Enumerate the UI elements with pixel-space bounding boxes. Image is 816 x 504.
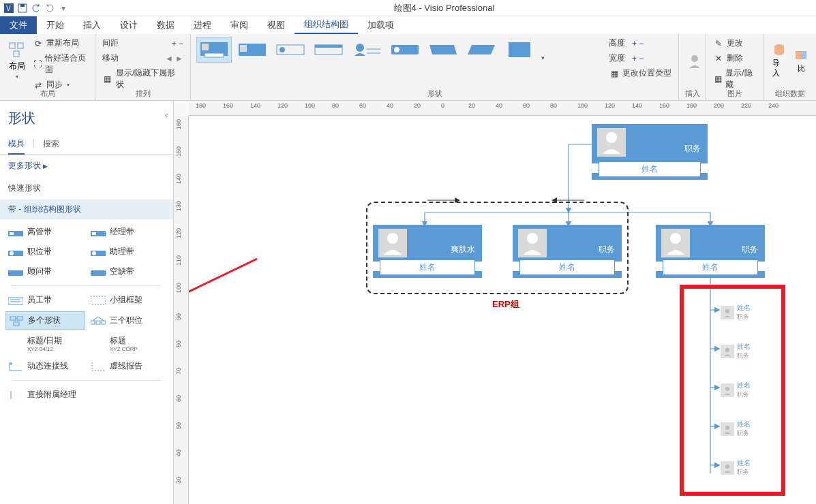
relayout-button[interactable]: ⟳重新布局 xyxy=(31,37,89,50)
shape-item-13[interactable]: 虚线报告 xyxy=(88,358,168,375)
shape-item-9[interactable]: 三个职位 xyxy=(88,311,168,330)
svg-rect-36 xyxy=(8,298,23,304)
svg-line-47 xyxy=(98,317,104,321)
shape-item-10[interactable]: 标题/日期XYZ 04/12 xyxy=(5,332,85,355)
shape-item-1[interactable]: 经理带 xyxy=(88,223,168,240)
import-button[interactable]: 导入 xyxy=(770,37,789,84)
shape-item-14[interactable]: 直接附属经理 xyxy=(5,386,168,403)
shape-item-3[interactable]: 助理带 xyxy=(88,243,168,260)
person-icon xyxy=(665,232,686,258)
layout-label: 布局 xyxy=(9,61,25,72)
person-icon xyxy=(601,131,622,157)
more-shapes-link[interactable]: 更多形状 ▶ xyxy=(0,155,173,177)
compare-button[interactable]: 比 xyxy=(791,37,811,84)
shape-style-9[interactable] xyxy=(502,37,537,63)
svg-rect-11 xyxy=(240,45,247,52)
svg-rect-29 xyxy=(92,232,96,235)
svg-rect-44 xyxy=(96,321,100,324)
tab-review[interactable]: 审阅 xyxy=(221,16,258,34)
svg-rect-42 xyxy=(14,322,19,326)
quick-shapes-label[interactable]: 快速形状 xyxy=(0,177,173,200)
shape-item-7[interactable]: 小组框架 xyxy=(88,292,168,309)
svg-rect-5 xyxy=(18,43,23,48)
person-icon xyxy=(522,232,543,258)
org-node-child1[interactable]: 爽肤水 姓名 xyxy=(373,225,482,278)
shape-category[interactable]: 带 - 组织结构图形状 xyxy=(0,200,173,219)
svg-rect-45 xyxy=(102,321,106,324)
shape-gallery[interactable]: ▾ xyxy=(196,37,599,63)
shape-item-2[interactable]: 职位带 xyxy=(5,243,85,260)
shape-item-0[interactable]: 高管带 xyxy=(5,223,85,240)
shape-item-8[interactable]: 多个形状 xyxy=(5,311,85,330)
shape-item-11[interactable]: 标题XYZ CORP xyxy=(88,332,168,355)
svg-rect-9 xyxy=(205,53,224,57)
shape-item-12[interactable]: 动态连接线 xyxy=(5,358,85,375)
svg-point-33 xyxy=(92,251,96,255)
shape-style-2[interactable] xyxy=(235,37,270,63)
shape-style-1[interactable] xyxy=(196,37,232,63)
org-node-child2[interactable]: 职务 姓名 xyxy=(513,225,622,278)
shape-style-3[interactable] xyxy=(273,37,308,63)
tab-process[interactable]: 进程 xyxy=(184,16,221,34)
showhide-sub-button[interactable]: ▦显示/隐藏下属形状 xyxy=(101,67,185,91)
group-insert-label: 插入 xyxy=(679,89,706,99)
collapse-panel-icon[interactable]: ‹ xyxy=(165,110,168,120)
person-icon xyxy=(382,232,403,258)
svg-point-48 xyxy=(10,362,12,365)
svg-rect-21 xyxy=(509,42,530,57)
tab-view[interactable]: 视图 xyxy=(258,16,294,34)
pic-delete-button[interactable]: ✕删除 xyxy=(712,52,758,65)
group-data-label: 组织数据 xyxy=(764,89,816,99)
svg-point-13 xyxy=(279,47,285,52)
svg-rect-25 xyxy=(801,51,806,59)
group-arrange-label: 排列 xyxy=(95,89,190,99)
spacing-button[interactable]: 间距+ − xyxy=(101,37,185,50)
shape-style-4[interactable] xyxy=(311,37,346,63)
pic-change-button[interactable]: ✎更改 xyxy=(712,37,758,50)
shape-style-8[interactable] xyxy=(464,37,499,63)
shape-item-6[interactable]: 员工带 xyxy=(5,292,85,309)
svg-point-63 xyxy=(606,132,617,143)
svg-rect-6 xyxy=(14,51,19,57)
svg-point-20 xyxy=(394,47,399,52)
shape-item-5[interactable]: 空缺带 xyxy=(88,263,168,280)
width-button[interactable]: 宽度+ − xyxy=(607,52,673,65)
move-button[interactable]: 移动◄ ► xyxy=(101,52,185,65)
svg-rect-24 xyxy=(796,51,801,59)
svg-rect-3 xyxy=(20,4,25,7)
qat-customize-icon[interactable]: ▾ xyxy=(57,2,70,14)
gallery-more-icon[interactable]: ▾ xyxy=(540,53,546,63)
tab-insert[interactable]: 插入 xyxy=(74,16,110,34)
visio-app-icon: V xyxy=(3,2,15,14)
undo-icon[interactable] xyxy=(30,2,42,14)
org-node-child3[interactable]: 职务 姓名 xyxy=(656,225,765,278)
tab-templates[interactable]: 模具 xyxy=(8,138,25,155)
svg-rect-4 xyxy=(10,43,15,48)
height-button[interactable]: 高度+ − xyxy=(607,37,673,50)
svg-rect-15 xyxy=(315,45,342,48)
file-tab[interactable]: 文件 xyxy=(0,16,37,34)
svg-rect-41 xyxy=(17,317,22,320)
shape-style-5[interactable] xyxy=(349,37,384,63)
tab-home[interactable]: 开始 xyxy=(37,16,74,34)
group-label: ERP组 xyxy=(492,298,519,311)
svg-rect-39 xyxy=(91,296,106,304)
tab-data[interactable]: 数据 xyxy=(147,16,184,34)
svg-rect-34 xyxy=(8,270,23,276)
tab-design[interactable]: 设计 xyxy=(110,16,147,34)
org-node-root[interactable]: 职务 姓名 xyxy=(592,124,708,180)
save-icon[interactable] xyxy=(16,2,29,14)
shape-item-4[interactable]: 顾问带 xyxy=(5,263,85,280)
redo-icon[interactable] xyxy=(44,2,56,14)
tab-orgchart[interactable]: 组织结构图 xyxy=(294,16,358,34)
svg-rect-35 xyxy=(91,270,106,276)
tab-addins[interactable]: 加载项 xyxy=(358,16,404,34)
shape-style-6[interactable] xyxy=(387,37,423,63)
change-pos-button[interactable]: ▦更改位置类型 xyxy=(607,67,673,80)
shape-style-7[interactable] xyxy=(425,37,461,63)
layout-button[interactable]: 布局 ▾ xyxy=(5,37,29,84)
pic-showhide-button[interactable]: ▦显示/隐藏 xyxy=(712,67,758,91)
tab-search[interactable]: 搜索 xyxy=(43,138,59,150)
fitpage-button[interactable]: ⛶恰好适合页面 xyxy=(31,52,89,76)
insert-button[interactable] xyxy=(684,37,705,84)
